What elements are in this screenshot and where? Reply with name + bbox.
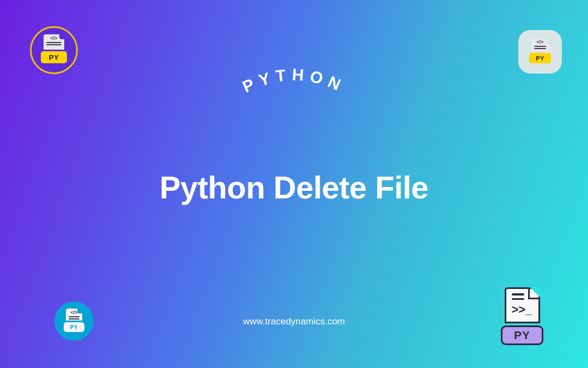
py-label: PY [41,51,67,63]
python-file-icon-circle-blue: </> PY [54,301,94,341]
category-label: PYTHON [218,52,370,117]
py-label: PY [501,325,543,345]
file-icon: </> PY [63,309,85,334]
python-file-icon-purple: >>_ PY [500,287,544,341]
file-icon: </> PY [40,34,68,66]
python-file-icon-circle-yellow: </> PY [30,26,78,74]
python-file-icon-rounded-square: </> PY [518,30,562,74]
prompt-symbol: >>_ [512,303,533,317]
py-label: PY [64,322,84,332]
py-label: PY [529,53,551,63]
page-title: Python Delete File [160,169,428,206]
file-icon: </> PY [529,38,552,65]
website-url: www.tracedynamics.com [243,316,345,327]
svg-text:PYTHON: PYTHON [240,65,348,96]
